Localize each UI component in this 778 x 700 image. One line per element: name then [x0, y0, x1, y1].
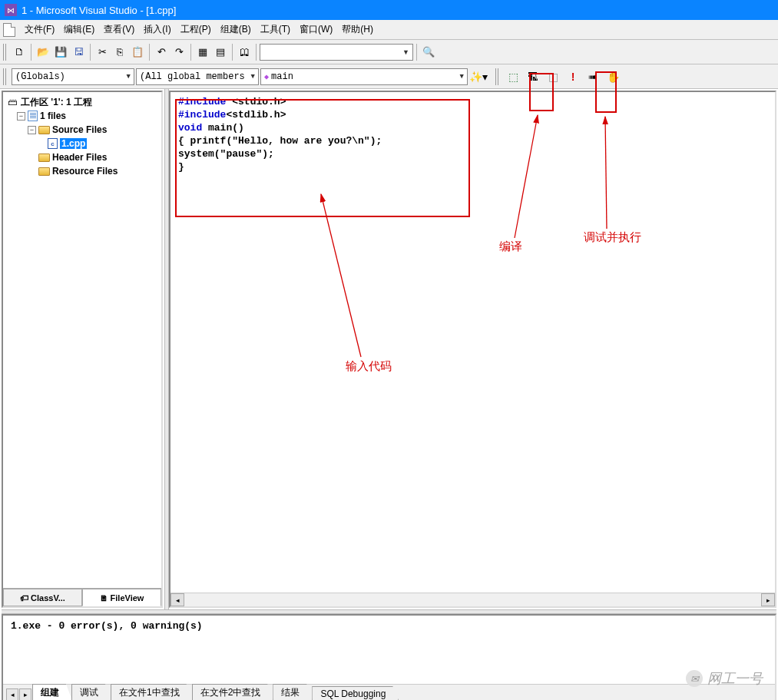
- undo-icon[interactable]: ↶: [153, 44, 170, 61]
- output-tab-find1[interactable]: 在文件1中查找: [111, 684, 193, 700]
- wizard-action-icon[interactable]: ✨▾: [469, 68, 488, 86]
- annotation-input-code: 输入代码: [346, 359, 392, 374]
- new-file-icon[interactable]: 🗋: [11, 44, 28, 61]
- file-tree[interactable]: 🗃 工作区 '1': 1 工程 − 1 files − Source Files…: [3, 92, 161, 588]
- standard-toolbar: 🗋 📂 💾 🖫 ✂ ⎘ 📋 ↶ ↷ ▦ ▤ 🕮 ▼ 🔍: [0, 40, 778, 64]
- compile-button[interactable]: ⬚: [504, 68, 522, 86]
- toolbar-grip[interactable]: [3, 44, 8, 61]
- function-value: main: [271, 71, 293, 82]
- output-tab-build[interactable]: 组建: [32, 684, 72, 700]
- annotation-compile: 编译: [499, 239, 522, 254]
- save-all-icon[interactable]: 🖫: [70, 44, 87, 61]
- cpp-file-icon: c: [48, 138, 58, 149]
- project-icon: [28, 111, 38, 121]
- vs-logo-icon: ⋈: [5, 4, 17, 16]
- tree-resource-folder[interactable]: Resource Files: [6, 164, 158, 178]
- output-tab-find2[interactable]: 在文件2中查找: [192, 684, 274, 700]
- code-content[interactable]: #include <stdio.h> #include<stdlib.h> vo…: [170, 92, 775, 177]
- toolbar2-grip[interactable]: [3, 68, 8, 85]
- function-combo[interactable]: ◆main ▼: [260, 68, 468, 85]
- tree-workspace[interactable]: 🗃 工作区 '1': 1 工程: [6, 95, 158, 109]
- code-editor[interactable]: #include <stdio.h> #include<stdlib.h> vo…: [169, 91, 776, 608]
- toolbar2-grip2[interactable]: [495, 68, 500, 85]
- sidebar-tabs: 🏷ClassV... 🗎FileView: [3, 588, 161, 606]
- build-button[interactable]: 🏗: [524, 68, 542, 86]
- output-panel: 1.exe - 0 error(s), 0 warning(s) ◂ ▸ 组建 …: [2, 614, 776, 700]
- tree-file-1cpp[interactable]: c 1.cpp: [6, 137, 158, 150]
- bookmark-icon[interactable]: 🕮: [236, 44, 253, 61]
- workspace-icon: 🗃: [6, 97, 18, 107]
- find-icon[interactable]: 🔍: [420, 44, 437, 61]
- tree-header-folder[interactable]: Header Files: [6, 150, 158, 164]
- menu-view[interactable]: 查看(V): [99, 21, 139, 38]
- collapse-icon[interactable]: −: [17, 112, 25, 121]
- diamond-icon: ◆: [264, 73, 269, 81]
- cut-icon[interactable]: ✂: [94, 44, 111, 61]
- fileview-icon: 🗎: [100, 593, 108, 603]
- scroll-left-icon[interactable]: ◂: [170, 593, 184, 606]
- chevron-down-icon: ▼: [127, 73, 131, 81]
- wizard-bar: (Globals) ▼ (All global members ▼ ◆main …: [0, 64, 778, 89]
- menu-help[interactable]: 帮助(H): [337, 21, 378, 38]
- scope-value: (Globals): [15, 71, 65, 82]
- menu-build[interactable]: 组建(B): [216, 21, 256, 38]
- save-icon[interactable]: 💾: [52, 44, 69, 61]
- watermark: ✉ 网工一号: [686, 669, 763, 688]
- tree-project[interactable]: − 1 files: [6, 109, 158, 123]
- tab-fileview[interactable]: 🗎FileView: [82, 589, 161, 606]
- folder-icon: [38, 167, 50, 176]
- scroll-right-icon[interactable]: ▸: [761, 593, 775, 606]
- tab-classview[interactable]: 🏷ClassV...: [3, 589, 82, 606]
- output-tab-results[interactable]: 结果: [273, 684, 313, 700]
- open-icon[interactable]: 📂: [35, 44, 51, 61]
- menu-window[interactable]: 窗口(W): [295, 21, 337, 38]
- chevron-down-icon: ▼: [460, 73, 464, 81]
- output-text[interactable]: 1.exe - 0 error(s), 0 warning(s): [3, 616, 775, 684]
- members-value: (All global members: [140, 71, 245, 82]
- paste-icon[interactable]: 📋: [129, 44, 146, 61]
- menu-file[interactable]: 文件(F): [20, 21, 59, 38]
- editor-hscrollbar[interactable]: ◂ ▸: [170, 593, 775, 606]
- breakpoint-icon[interactable]: ✋: [604, 68, 622, 86]
- tree-source-folder[interactable]: − Source Files: [6, 123, 158, 137]
- folder-icon: [38, 154, 50, 162]
- menu-tools[interactable]: 工具(T): [256, 21, 295, 38]
- menu-bar: 文件(F) 编辑(E) 查看(V) 插入(I) 工程(P) 组建(B) 工具(T…: [0, 20, 778, 40]
- copy-icon[interactable]: ⎘: [111, 44, 128, 61]
- output-tab-debug[interactable]: 调试: [71, 684, 111, 700]
- scope-combo[interactable]: (Globals) ▼: [12, 68, 134, 85]
- output-tab-prev-icon[interactable]: ◂: [6, 688, 18, 700]
- members-combo[interactable]: (All global members ▼: [136, 68, 259, 85]
- go-icon[interactable]: ➠: [584, 68, 602, 86]
- chevron-down-icon: ▼: [402, 48, 409, 56]
- folder-icon: [38, 126, 50, 134]
- execute-button[interactable]: !: [564, 68, 582, 86]
- workspace-sidebar: 🗃 工作区 '1': 1 工程 − 1 files − Source Files…: [2, 91, 163, 608]
- collapse-icon[interactable]: −: [28, 126, 36, 134]
- redo-icon[interactable]: ↷: [170, 44, 187, 61]
- classview-icon: 🏷: [20, 593, 28, 603]
- menu-project[interactable]: 工程(P): [176, 21, 216, 38]
- workspace-icon[interactable]: ▦: [194, 44, 211, 61]
- output-tab-next-icon[interactable]: ▸: [19, 688, 31, 700]
- window-title: 1 - Microsoft Visual Studio - [1.cpp]: [22, 5, 176, 16]
- menu-insert[interactable]: 插入(I): [139, 21, 175, 38]
- main-area: 🗃 工作区 '1': 1 工程 − 1 files − Source Files…: [0, 89, 778, 609]
- chevron-down-icon: ▼: [251, 73, 255, 81]
- document-icon: [3, 23, 15, 37]
- find-combo[interactable]: ▼: [260, 44, 413, 61]
- wechat-icon: ✉: [686, 670, 703, 687]
- output-tab-sql[interactable]: SQL Debugging: [312, 686, 399, 700]
- output-tabs: ◂ ▸ 组建 调试 在文件1中查找 在文件2中查找 结果 SQL Debuggi…: [3, 684, 775, 700]
- annotation-debug-run: 调试并执行: [584, 230, 641, 245]
- title-bar: ⋈ 1 - Microsoft Visual Studio - [1.cpp]: [0, 0, 778, 20]
- menu-edit[interactable]: 编辑(E): [59, 21, 99, 38]
- output-window-icon[interactable]: ▤: [212, 44, 229, 61]
- stop-build-icon[interactable]: ◫: [544, 68, 562, 86]
